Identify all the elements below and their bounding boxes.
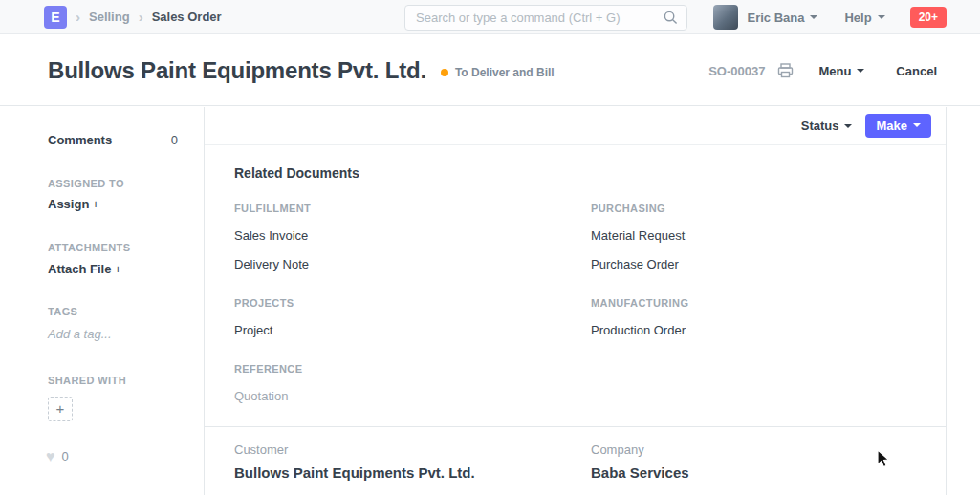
status-dot-icon	[441, 69, 448, 76]
notifications-badge[interactable]: 20+	[910, 7, 947, 28]
form-body: Status Make Related Documents FULFILLMEN…	[204, 107, 947, 495]
doc-group-heading: FULFILLMENT	[234, 203, 591, 214]
doc-link-purchase-order[interactable]: Purchase Order	[591, 257, 679, 271]
details-section: Customer Bullows Paint Equipments Pvt. L…	[205, 426, 946, 481]
app-logo[interactable]: E	[44, 6, 67, 29]
add-share-button[interactable]: +	[48, 397, 73, 421]
help-menu[interactable]: Help	[844, 11, 884, 25]
likes-count: 0	[62, 449, 69, 463]
make-label: Make	[876, 118, 907, 133]
search-icon[interactable]	[664, 11, 678, 25]
user-name-label: Eric Bana	[747, 11, 804, 25]
heart-icon[interactable]: ♥	[46, 450, 55, 463]
breadcrumb-sales-order[interactable]: Sales Order	[152, 10, 222, 24]
status-dropdown-label: Status	[801, 118, 839, 133]
assign-button[interactable]: Assign+	[48, 197, 99, 211]
doc-group-projects: PROJECTS Project	[234, 297, 591, 337]
chevron-right-icon: ›	[76, 9, 80, 25]
user-avatar[interactable]	[713, 5, 738, 30]
form-toolbar: Status Make	[205, 107, 946, 145]
shared-with-heading: SHARED WITH	[48, 375, 126, 386]
page-title: Bullows Paint Equipments Pvt. Ltd.	[48, 57, 426, 84]
company-label: Company	[591, 442, 946, 457]
global-search	[404, 5, 687, 31]
customer-value[interactable]: Bullows Paint Equipments Pvt. Ltd.	[234, 464, 591, 481]
navbar-right: Eric Bana Help 20+	[713, 0, 947, 34]
print-icon[interactable]	[777, 63, 794, 78]
doc-link-sales-invoice[interactable]: Sales Invoice	[234, 228, 308, 243]
customer-field: Customer Bullows Paint Equipments Pvt. L…	[234, 442, 591, 481]
doc-group-fulfillment: FULFILLMENT Sales Invoice Delivery Note	[234, 203, 591, 271]
document-number: SO-00037	[708, 64, 765, 78]
doc-group-heading: MANUFACTURING	[591, 297, 946, 309]
comments-count: 0	[171, 133, 178, 147]
help-label: Help	[844, 11, 871, 25]
plus-icon: +	[92, 197, 99, 211]
add-tag-input[interactable]: Add a tag...	[48, 327, 112, 341]
header-actions: SO-00037 Menu Cancel	[708, 35, 937, 106]
status-label: To Deliver and Bill	[455, 66, 555, 79]
cancel-button[interactable]: Cancel	[896, 64, 937, 78]
chevron-down-icon	[810, 15, 817, 19]
doc-link-delivery-note[interactable]: Delivery Note	[234, 257, 309, 271]
make-button[interactable]: Make	[865, 114, 931, 138]
status-indicator: To Deliver and Bill	[441, 66, 555, 79]
attachments-heading: ATTACHMENTS	[48, 242, 130, 253]
doc-link-production-order[interactable]: Production Order	[591, 323, 686, 337]
doc-group-heading: REFERENCE	[234, 363, 591, 375]
search-input[interactable]	[405, 11, 664, 25]
customer-label: Customer	[234, 442, 591, 457]
company-value[interactable]: Baba Services	[591, 464, 946, 481]
tags-heading: TAGS	[48, 306, 77, 317]
plus-icon: +	[114, 262, 121, 276]
empty-cell	[591, 363, 946, 403]
likes-row: ♥ 0	[46, 449, 69, 463]
assign-label: Assign	[48, 197, 89, 211]
chevron-down-icon	[844, 124, 852, 128]
comments-link[interactable]: Comments	[48, 133, 112, 147]
attach-file-label: Attach File	[48, 262, 111, 276]
page-header: Bullows Paint Equipments Pvt. Ltd. To De…	[0, 35, 980, 106]
breadcrumb-selling[interactable]: Selling	[89, 10, 130, 24]
doc-link-material-request[interactable]: Material Request	[591, 228, 685, 243]
related-documents-title: Related Documents	[234, 165, 946, 181]
doc-group-heading: PURCHASING	[591, 203, 946, 214]
menu-label: Menu	[818, 64, 851, 78]
attach-file-button[interactable]: Attach File+	[48, 262, 121, 276]
doc-link-project[interactable]: Project	[234, 323, 272, 337]
doc-group-heading: PROJECTS	[234, 297, 591, 309]
status-dropdown[interactable]: Status	[801, 118, 853, 133]
user-menu[interactable]: Eric Bana	[747, 11, 817, 25]
chevron-down-icon	[878, 15, 885, 19]
comments-row: Comments 0	[48, 133, 178, 147]
doc-group-reference: REFERENCE Quotation	[234, 363, 591, 403]
top-navbar: E › Selling › Sales Order Eric Bana Help…	[0, 0, 980, 34]
plus-icon: +	[56, 400, 65, 417]
chevron-down-icon	[857, 69, 864, 73]
assigned-to-heading: ASSIGNED TO	[48, 178, 124, 189]
doc-group-purchasing: PURCHASING Material Request Purchase Ord…	[591, 203, 946, 271]
chevron-down-icon	[913, 123, 921, 127]
doc-link-quotation[interactable]: Quotation	[234, 389, 288, 403]
app-window: E › Selling › Sales Order Eric Bana Help…	[0, 0, 980, 495]
form-sidebar: Comments 0 ASSIGNED TO Assign+ ATTACHMEN…	[0, 107, 204, 495]
chevron-right-icon: ›	[139, 9, 143, 25]
menu-dropdown[interactable]: Menu	[818, 64, 864, 78]
doc-group-manufacturing: MANUFACTURING Production Order	[591, 297, 946, 337]
title-row: Bullows Paint Equipments Pvt. Ltd. To De…	[48, 35, 555, 106]
related-documents-grid: FULFILLMENT Sales Invoice Delivery Note …	[205, 203, 946, 403]
company-field: Company Baba Services	[591, 442, 946, 481]
